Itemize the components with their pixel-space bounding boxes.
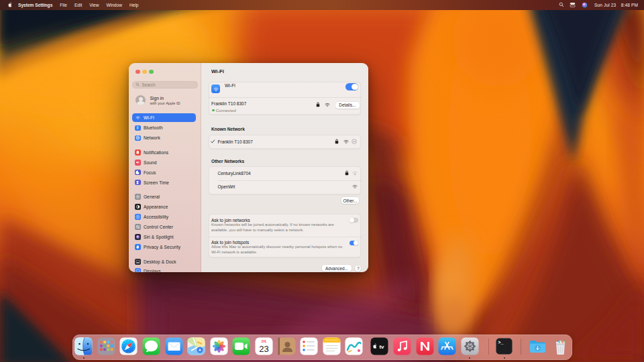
svg-text:23: 23 bbox=[259, 344, 268, 354]
svg-text:tv: tv bbox=[379, 344, 384, 350]
svg-text:JUL: JUL bbox=[261, 340, 267, 343]
svg-text:>_: >_ bbox=[498, 341, 504, 345]
